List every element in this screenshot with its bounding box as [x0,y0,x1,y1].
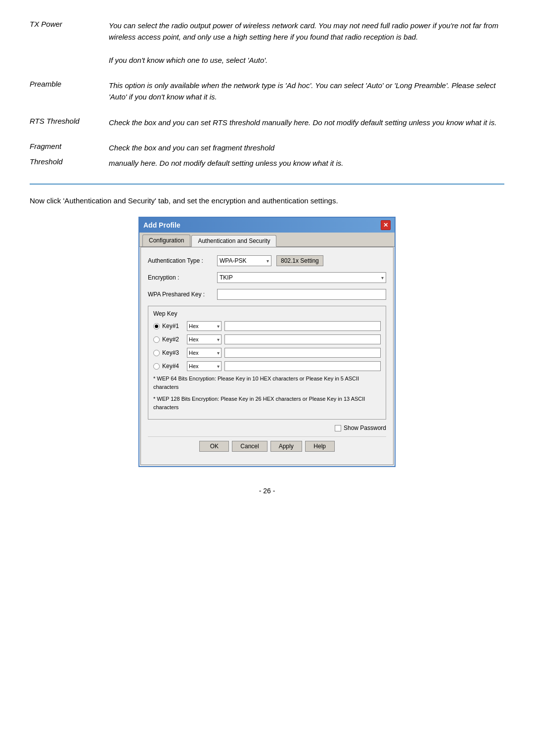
dialog-wrapper: Add Profile ✕ Configuration Authenticati… [30,217,504,467]
dialog-tabs: Configuration Authentication and Securit… [139,233,395,247]
rts-threshold-label: RTS Threshold [30,117,109,125]
key3-label: Key#3 [162,349,187,356]
key3-input[interactable] [224,348,381,358]
key4-type-value: Hex [189,363,199,369]
wep-key-row-4: Key#4 Hex ▾ [153,361,381,371]
dialog-footer: OK Cancel Apply Help [148,436,386,458]
fragment-text: Check the box and you can set fragment t… [109,142,504,153]
key2-type-select[interactable]: Hex ▾ [187,334,222,344]
info-table: TX Power You can select the radio output… [30,20,504,169]
key1-input[interactable] [224,321,381,331]
key4-input[interactable] [224,361,381,371]
tx-power-text: You can select the radio output power of… [109,20,504,66]
threshold-label: Threshold [30,157,109,166]
rts-threshold-row: RTS Threshold Check the box and you can … [30,117,504,128]
wep-key-title: Wep Key [153,310,381,317]
key4-label: Key#4 [162,363,187,370]
preamble-row: Preamble This option is only available w… [30,80,504,103]
key1-radio[interactable] [153,323,160,330]
add-profile-dialog: Add Profile ✕ Configuration Authenticati… [138,217,396,467]
section-divider [30,184,504,185]
show-password-label: Show Password [344,425,386,431]
tab-configuration[interactable]: Configuration [142,235,190,246]
auth-type-controls: WPA-PSK ▾ 802.1x Setting [217,255,386,266]
preamble-text: This option is only available when the n… [109,80,504,103]
wpa-key-row: WPA Preshared Key : [148,289,386,300]
wep-key-row-3: Key#3 Hex ▾ [153,348,381,358]
threshold-row: Threshold manually here. Do not modify d… [30,157,504,169]
wpa-key-label: WPA Preshared Key : [148,291,217,298]
ok-button[interactable]: OK [199,441,229,452]
auth-setting-button[interactable]: 802.1x Setting [276,255,323,266]
key2-radio[interactable] [153,336,160,343]
instruction-text: Now click 'Authentication and Security' … [30,196,504,205]
key3-radio[interactable] [153,350,160,356]
tx-power-row: TX Power You can select the radio output… [30,20,504,66]
key2-label: Key#2 [162,336,187,343]
wpa-key-input[interactable] [217,289,386,300]
tx-power-label: TX Power [30,20,109,28]
encryption-value: TKIP [220,274,233,281]
key1-type-select[interactable]: Hex ▾ [187,321,222,331]
key4-type-select[interactable]: Hex ▾ [187,361,222,371]
key2-input[interactable] [224,334,381,344]
key1-type-value: Hex [189,323,199,329]
encryption-arrow: ▾ [381,275,384,281]
wep-key-group: Wep Key Key#1 Hex ▾ Key#2 [148,306,386,420]
encryption-label: Encryption : [148,274,217,281]
wep-note-1: * WEP 64 Bits Encryption: Please Key in … [153,375,381,391]
help-button[interactable]: Help [305,441,335,452]
preamble-label: Preamble [30,80,109,88]
tab-authentication-security[interactable]: Authentication and Security [191,235,276,247]
auth-type-value: WPA-PSK [220,257,246,264]
threshold-text: manually here. Do not modify default set… [109,157,504,169]
wep-key-row-2: Key#2 Hex ▾ [153,334,381,344]
auth-type-label: Authentication Type : [148,257,217,264]
auth-type-arrow: ▾ [267,258,269,264]
auth-type-select[interactable]: WPA-PSK ▾ [217,255,271,266]
encryption-row: Encryption : TKIP ▾ [148,272,386,283]
key4-radio[interactable] [153,363,160,370]
dialog-body: Authentication Type : WPA-PSK ▾ 802.1x S… [140,247,394,465]
key2-arrow: ▾ [217,337,220,342]
key1-arrow: ▾ [217,324,220,329]
key3-type-select[interactable]: Hex ▾ [187,348,222,358]
dialog-title: Add Profile [143,221,180,229]
wep-note-2: * WEP 128 Bits Encryption: Please Key in… [153,395,381,411]
key4-arrow: ▾ [217,364,220,369]
key1-label: Key#1 [162,323,187,330]
key3-type-value: Hex [189,350,199,356]
fragment-label: Fragment [30,142,109,150]
key3-arrow: ▾ [217,350,220,356]
wpa-key-controls [217,289,386,300]
encryption-select[interactable]: TKIP ▾ [217,272,386,283]
rts-threshold-text: Check the box and you can set RTS thresh… [109,117,504,128]
dialog-close-button[interactable]: ✕ [381,220,391,230]
page-number: - 26 - [30,487,504,495]
cancel-button[interactable]: Cancel [232,441,267,452]
apply-button[interactable]: Apply [270,441,302,452]
fragment-row: Fragment Check the box and you can set f… [30,142,504,153]
show-password-checkbox[interactable] [335,425,341,431]
show-password-row: Show Password [148,425,386,431]
encryption-controls: TKIP ▾ [217,272,386,283]
dialog-titlebar: Add Profile ✕ [139,218,395,233]
wep-key-row-1: Key#1 Hex ▾ [153,321,381,331]
key2-type-value: Hex [189,336,199,342]
auth-type-row: Authentication Type : WPA-PSK ▾ 802.1x S… [148,255,386,266]
